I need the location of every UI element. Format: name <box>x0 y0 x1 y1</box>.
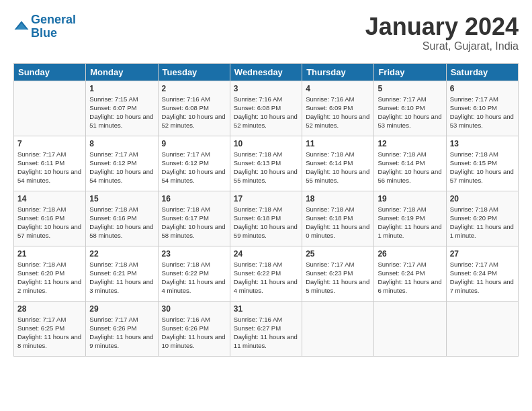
day-cell: 18Sunrise: 7:18 AMSunset: 6:18 PMDayligh… <box>302 191 374 246</box>
day-cell: 24Sunrise: 7:18 AMSunset: 6:22 PMDayligh… <box>230 246 302 301</box>
day-number: 12 <box>378 139 442 148</box>
day-number: 10 <box>234 139 298 148</box>
day-number: 21 <box>17 249 82 259</box>
day-info: Sunrise: 7:18 AMSunset: 6:19 PMDaylight:… <box>378 205 442 240</box>
day-info: Sunrise: 7:18 AMSunset: 6:18 PMDaylight:… <box>306 205 370 240</box>
day-cell: 28Sunrise: 7:17 AMSunset: 6:25 PMDayligh… <box>14 301 86 356</box>
day-info: Sunrise: 7:17 AMSunset: 6:11 PMDaylight:… <box>17 150 82 185</box>
day-info: Sunrise: 7:17 AMSunset: 6:26 PMDaylight:… <box>89 315 154 351</box>
week-row-3: 14Sunrise: 7:18 AMSunset: 6:16 PMDayligh… <box>14 191 519 246</box>
day-info: Sunrise: 7:17 AMSunset: 6:24 PMDaylight:… <box>450 260 515 295</box>
day-number: 2 <box>162 84 226 93</box>
logo-icon <box>13 19 30 35</box>
week-row-2: 7Sunrise: 7:17 AMSunset: 6:11 PMDaylight… <box>14 136 519 191</box>
logo-text: General Blue <box>31 13 76 40</box>
day-info: Sunrise: 7:17 AMSunset: 6:23 PMDaylight:… <box>306 260 370 295</box>
day-info: Sunrise: 7:15 AMSunset: 6:07 PMDaylight:… <box>89 95 154 130</box>
day-cell: 21Sunrise: 7:18 AMSunset: 6:20 PMDayligh… <box>14 246 86 301</box>
column-header-friday: Friday <box>374 63 446 81</box>
day-info: Sunrise: 7:18 AMSunset: 6:13 PMDaylight:… <box>234 150 298 185</box>
day-number: 16 <box>162 194 226 203</box>
day-cell: 11Sunrise: 7:18 AMSunset: 6:14 PMDayligh… <box>302 136 374 191</box>
day-cell: 9Sunrise: 7:17 AMSunset: 6:12 PMDaylight… <box>158 136 230 191</box>
day-cell: 10Sunrise: 7:18 AMSunset: 6:13 PMDayligh… <box>230 136 302 191</box>
day-cell: 30Sunrise: 7:16 AMSunset: 6:26 PMDayligh… <box>158 301 230 356</box>
day-cell: 26Sunrise: 7:17 AMSunset: 6:24 PMDayligh… <box>374 246 446 301</box>
week-row-5: 28Sunrise: 7:17 AMSunset: 6:25 PMDayligh… <box>14 301 519 356</box>
day-info: Sunrise: 7:16 AMSunset: 6:08 PMDaylight:… <box>162 95 226 130</box>
day-number: 27 <box>450 249 515 259</box>
day-number: 15 <box>89 194 154 203</box>
day-info: Sunrise: 7:16 AMSunset: 6:09 PMDaylight:… <box>306 95 370 130</box>
day-number: 19 <box>378 194 442 203</box>
day-info: Sunrise: 7:18 AMSunset: 6:14 PMDaylight:… <box>306 150 370 185</box>
week-row-4: 21Sunrise: 7:18 AMSunset: 6:20 PMDayligh… <box>14 246 519 301</box>
day-cell <box>446 301 518 356</box>
day-cell: 2Sunrise: 7:16 AMSunset: 6:08 PMDaylight… <box>158 81 230 136</box>
logo: General Blue <box>13 13 76 40</box>
day-info: Sunrise: 7:16 AMSunset: 6:08 PMDaylight:… <box>234 95 298 130</box>
day-number: 3 <box>234 84 298 93</box>
day-number: 14 <box>17 194 82 203</box>
day-number: 28 <box>17 304 82 314</box>
header: General Blue January 2024 Surat, Gujarat… <box>13 13 519 52</box>
day-number: 31 <box>234 304 298 314</box>
day-number: 23 <box>162 249 226 259</box>
day-info: Sunrise: 7:18 AMSunset: 6:20 PMDaylight:… <box>450 205 515 240</box>
day-info: Sunrise: 7:18 AMSunset: 6:14 PMDaylight:… <box>378 150 442 185</box>
day-number: 25 <box>306 249 370 259</box>
day-info: Sunrise: 7:16 AMSunset: 6:26 PMDaylight:… <box>162 315 226 351</box>
day-number: 8 <box>89 139 154 148</box>
calendar-table: SundayMondayTuesdayWednesdayThursdayFrid… <box>13 63 519 357</box>
day-number: 1 <box>89 84 154 93</box>
title-block: January 2024 Surat, Gujarat, India <box>365 13 519 52</box>
day-info: Sunrise: 7:17 AMSunset: 6:12 PMDaylight:… <box>89 150 154 185</box>
day-cell: 16Sunrise: 7:18 AMSunset: 6:17 PMDayligh… <box>158 191 230 246</box>
day-number: 18 <box>306 194 370 203</box>
day-cell <box>14 81 86 136</box>
day-number: 17 <box>234 194 298 203</box>
day-cell: 17Sunrise: 7:18 AMSunset: 6:18 PMDayligh… <box>230 191 302 246</box>
day-cell: 31Sunrise: 7:16 AMSunset: 6:27 PMDayligh… <box>230 301 302 356</box>
day-info: Sunrise: 7:17 AMSunset: 6:12 PMDaylight:… <box>162 150 226 185</box>
week-row-1: 1Sunrise: 7:15 AMSunset: 6:07 PMDaylight… <box>14 81 519 136</box>
day-info: Sunrise: 7:18 AMSunset: 6:17 PMDaylight:… <box>162 205 226 240</box>
day-number: 6 <box>450 84 515 93</box>
day-info: Sunrise: 7:18 AMSunset: 6:16 PMDaylight:… <box>17 205 82 240</box>
day-number: 11 <box>306 139 370 148</box>
day-info: Sunrise: 7:18 AMSunset: 6:22 PMDaylight:… <box>234 260 298 295</box>
day-info: Sunrise: 7:17 AMSunset: 6:25 PMDaylight:… <box>17 315 82 351</box>
day-info: Sunrise: 7:18 AMSunset: 6:20 PMDaylight:… <box>17 260 82 295</box>
calendar-title: January 2024 <box>365 13 519 40</box>
day-number: 20 <box>450 194 515 203</box>
day-info: Sunrise: 7:18 AMSunset: 6:15 PMDaylight:… <box>450 150 515 185</box>
day-cell: 3Sunrise: 7:16 AMSunset: 6:08 PMDaylight… <box>230 81 302 136</box>
day-cell: 7Sunrise: 7:17 AMSunset: 6:11 PMDaylight… <box>14 136 86 191</box>
column-header-monday: Monday <box>86 63 158 81</box>
calendar-header-row: SundayMondayTuesdayWednesdayThursdayFrid… <box>14 63 519 81</box>
day-info: Sunrise: 7:18 AMSunset: 6:21 PMDaylight:… <box>89 260 154 295</box>
day-cell: 6Sunrise: 7:17 AMSunset: 6:10 PMDaylight… <box>446 81 518 136</box>
day-number: 24 <box>234 249 298 259</box>
day-cell: 25Sunrise: 7:17 AMSunset: 6:23 PMDayligh… <box>302 246 374 301</box>
day-cell: 27Sunrise: 7:17 AMSunset: 6:24 PMDayligh… <box>446 246 518 301</box>
day-number: 30 <box>162 304 226 314</box>
day-number: 13 <box>450 139 515 148</box>
day-cell: 12Sunrise: 7:18 AMSunset: 6:14 PMDayligh… <box>374 136 446 191</box>
column-header-tuesday: Tuesday <box>158 63 230 81</box>
day-cell <box>374 301 446 356</box>
day-cell: 15Sunrise: 7:18 AMSunset: 6:16 PMDayligh… <box>86 191 158 246</box>
day-cell: 23Sunrise: 7:18 AMSunset: 6:22 PMDayligh… <box>158 246 230 301</box>
column-header-thursday: Thursday <box>302 63 374 81</box>
column-header-wednesday: Wednesday <box>230 63 302 81</box>
day-info: Sunrise: 7:17 AMSunset: 6:10 PMDaylight:… <box>450 95 515 130</box>
day-number: 26 <box>378 249 442 259</box>
day-number: 4 <box>306 84 370 93</box>
page: General Blue January 2024 Surat, Gujarat… <box>0 0 532 363</box>
column-header-sunday: Sunday <box>14 63 86 81</box>
day-cell <box>302 301 374 356</box>
day-number: 22 <box>89 249 154 259</box>
day-info: Sunrise: 7:17 AMSunset: 6:24 PMDaylight:… <box>378 260 442 295</box>
day-info: Sunrise: 7:17 AMSunset: 6:10 PMDaylight:… <box>378 95 442 130</box>
day-cell: 19Sunrise: 7:18 AMSunset: 6:19 PMDayligh… <box>374 191 446 246</box>
